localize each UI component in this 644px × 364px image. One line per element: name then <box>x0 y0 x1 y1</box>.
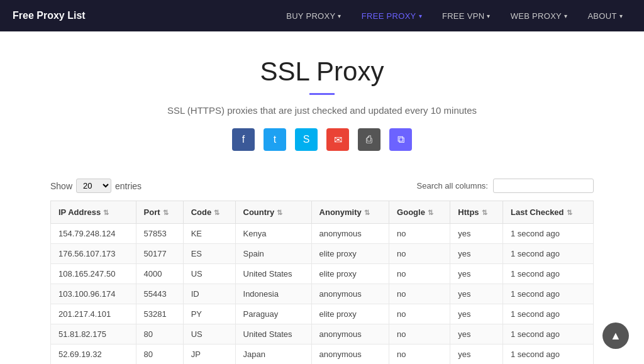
cell-ip: 154.79.248.124 <box>51 224 136 244</box>
sort-icon-ip: ⇅ <box>103 209 109 216</box>
col-header-country[interactable]: Country⇅ <box>235 201 311 224</box>
nav-item-about[interactable]: ABOUT▾ <box>579 6 631 26</box>
scroll-to-top-button[interactable]: ▲ <box>602 323 629 349</box>
cell-anonymity: anonymous <box>311 224 389 244</box>
chevron-down-icon: ▾ <box>419 13 422 19</box>
cell-anonymity: elite proxy <box>311 304 389 324</box>
cell-country: Paraguay <box>235 304 311 324</box>
cell-port: 80 <box>136 324 183 345</box>
col-header-port[interactable]: Port⇅ <box>136 201 183 224</box>
cell-https: yes <box>450 224 503 244</box>
table-row: 51.81.82.17580USUnited Statesanonymousno… <box>51 324 594 345</box>
cell-country: Indonesia <box>235 284 311 304</box>
cell-google: no <box>389 244 450 264</box>
table-row: 154.79.248.12457853KEKenyaanonymousnoyes… <box>51 224 594 244</box>
cell-last_checked: 1 second ago <box>503 304 594 324</box>
nav-item-free-proxy[interactable]: FREE PROXY▾ <box>353 6 431 26</box>
table-row: 201.217.4.10153281PYParaguayelite proxyn… <box>51 304 594 324</box>
header-row: IP Address⇅Port⇅Code⇅Country⇅Anonymity⇅G… <box>51 201 594 224</box>
cell-anonymity: anonymous <box>311 345 389 365</box>
cell-https: yes <box>450 304 503 324</box>
cell-anonymity: anonymous <box>311 284 389 304</box>
cell-port: 80 <box>136 345 183 365</box>
cell-country: Spain <box>235 244 311 264</box>
hero-section: SSL Proxy SSL (HTTPS) proxies that are j… <box>0 31 644 179</box>
chevron-down-icon: ▾ <box>487 13 490 19</box>
sort-icon-code: ⇅ <box>214 209 219 216</box>
cell-port: 4000 <box>136 264 183 284</box>
cell-https: yes <box>450 345 503 365</box>
cell-ip: 52.69.19.32 <box>51 345 136 365</box>
show-entries-control: Show 102050100 entries <box>50 179 142 193</box>
col-header-anonymity[interactable]: Anonymity⇅ <box>311 201 389 224</box>
col-header-google[interactable]: Google⇅ <box>389 201 450 224</box>
table-body: 154.79.248.12457853KEKenyaanonymousnoyes… <box>51 224 594 365</box>
cell-https: yes <box>450 244 503 264</box>
chevron-down-icon: ▾ <box>564 13 567 19</box>
cell-port: 55443 <box>136 284 183 304</box>
proxy-table: IP Address⇅Port⇅Code⇅Country⇅Anonymity⇅G… <box>50 201 594 364</box>
chevron-down-icon: ▾ <box>619 13 623 19</box>
cell-google: no <box>389 284 450 304</box>
social-icons-bar: ftS✉⎙⧉ <box>13 128 631 151</box>
table-row: 108.165.247.504000USUnited Stateselite p… <box>51 264 594 284</box>
sort-icon-https: ⇅ <box>482 209 487 216</box>
cell-last_checked: 1 second ago <box>503 224 594 244</box>
show-label: Show <box>50 181 72 191</box>
twitter-icon[interactable]: t <box>264 128 286 151</box>
sort-icon-country: ⇅ <box>277 209 282 216</box>
search-label: Search all columns: <box>417 181 488 190</box>
cell-last_checked: 1 second ago <box>503 264 594 284</box>
col-header-ip[interactable]: IP Address⇅ <box>51 201 136 224</box>
print-icon[interactable]: ⎙ <box>358 128 380 151</box>
cell-last_checked: 1 second ago <box>503 284 594 304</box>
cell-google: no <box>389 264 450 284</box>
cell-https: yes <box>450 324 503 345</box>
hero-divider <box>309 93 335 95</box>
cell-country: United States <box>235 324 311 345</box>
table-row: 103.100.96.17455443IDIndonesiaanonymousn… <box>51 284 594 304</box>
col-header-last_checked[interactable]: Last Checked⇅ <box>503 201 594 224</box>
table-controls: Show 102050100 entries Search all column… <box>50 179 594 193</box>
cell-code: US <box>183 264 235 284</box>
table-header: IP Address⇅Port⇅Code⇅Country⇅Anonymity⇅G… <box>51 201 594 224</box>
cell-code: ID <box>183 284 235 304</box>
facebook-icon[interactable]: f <box>232 128 255 151</box>
sort-icon-port: ⇅ <box>163 209 169 216</box>
search-control: Search all columns: <box>417 179 594 193</box>
cell-code: ES <box>183 244 235 264</box>
chevron-down-icon: ▾ <box>338 13 341 19</box>
cell-google: no <box>389 304 450 324</box>
col-header-https[interactable]: Https⇅ <box>450 201 503 224</box>
email-icon[interactable]: ✉ <box>326 128 349 151</box>
cell-google: no <box>389 324 450 345</box>
cell-google: no <box>389 345 450 365</box>
skype-icon[interactable]: S <box>295 128 318 151</box>
cell-ip: 51.81.82.175 <box>51 324 136 345</box>
navbar: Free Proxy List BUY PROXY▾FREE PROXY▾FRE… <box>0 0 644 31</box>
brand-logo: Free Proxy List <box>13 10 86 21</box>
cell-country: United States <box>235 264 311 284</box>
cell-port: 57853 <box>136 224 183 244</box>
cell-ip: 201.217.4.101 <box>51 304 136 324</box>
cell-last_checked: 1 second ago <box>503 345 594 365</box>
cell-anonymity: anonymous <box>311 324 389 345</box>
col-header-code[interactable]: Code⇅ <box>183 201 235 224</box>
cell-anonymity: elite proxy <box>311 264 389 284</box>
cell-google: no <box>389 224 450 244</box>
cell-country: Japan <box>235 345 311 365</box>
sort-icon-anonymity: ⇅ <box>364 209 370 216</box>
nav-item-free-vpn[interactable]: FREE VPN▾ <box>433 6 499 26</box>
table-row: 176.56.107.17350177ESSpainelite proxynoy… <box>51 244 594 264</box>
entries-select[interactable]: 102050100 <box>76 179 111 193</box>
cell-last_checked: 1 second ago <box>503 324 594 345</box>
cell-ip: 108.165.247.50 <box>51 264 136 284</box>
sort-icon-google: ⇅ <box>428 209 433 216</box>
cell-port: 53281 <box>136 304 183 324</box>
cell-code: JP <box>183 345 235 365</box>
search-input[interactable] <box>493 179 594 193</box>
nav-item-web-proxy[interactable]: WEB PROXY▾ <box>502 6 577 26</box>
cell-port: 50177 <box>136 244 183 264</box>
nav-item-buy-proxy[interactable]: BUY PROXY▾ <box>277 6 350 26</box>
copy-icon[interactable]: ⧉ <box>389 128 412 151</box>
